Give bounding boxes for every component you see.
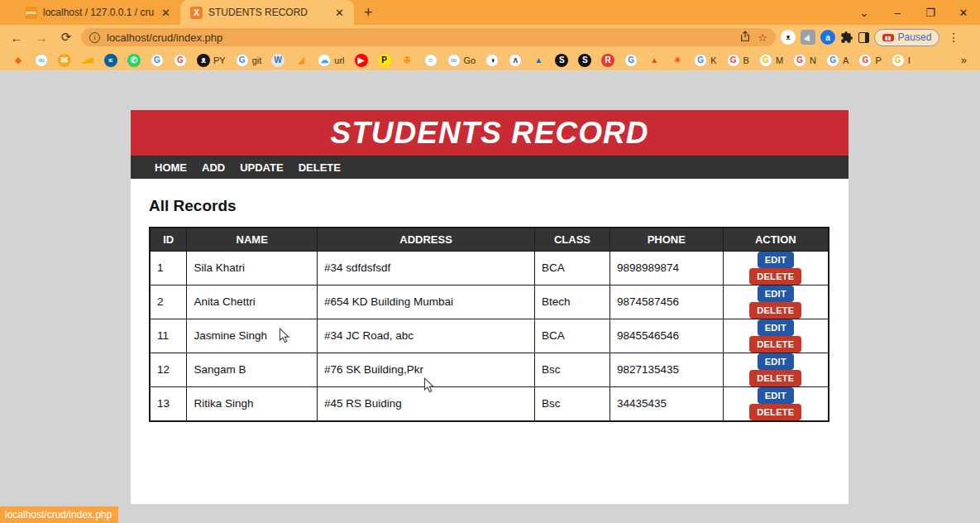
forward-button[interactable]: → — [31, 31, 51, 45]
nav-item-add[interactable]: ADD — [194, 161, 232, 174]
cell-id: 13 — [150, 386, 187, 421]
bookmark-item[interactable]: ◑ — [482, 54, 502, 67]
bookmark-favicon-icon: G — [236, 54, 249, 67]
tab-title: STUDENTS RECORD — [208, 7, 327, 18]
bookmark-item[interactable]: ʌ — [505, 54, 525, 67]
bookmark-item[interactable]: ▲ — [644, 54, 664, 67]
bookmark-item[interactable]: ✇ — [398, 54, 418, 67]
bookmark-item[interactable]: ∞ — [31, 54, 51, 67]
site-info-icon[interactable]: i — [89, 32, 100, 43]
bookmark-favicon-icon: G — [727, 54, 740, 67]
bookmark-label: PY — [213, 55, 226, 65]
phpmyadmin-favicon-icon: pma — [25, 7, 37, 19]
bookmark-label: N — [810, 55, 816, 65]
page-viewport: STUDENTS RECORD HOMEADDUPDATEDELETE All … — [0, 71, 980, 523]
bookmark-item[interactable]: ✳ — [667, 54, 687, 67]
bookmark-star-icon[interactable]: ☆ — [758, 31, 767, 44]
bookmark-favicon-icon: G — [694, 54, 707, 67]
bookmark-item[interactable]: G — [621, 54, 641, 67]
bookmark-item[interactable]: G — [170, 54, 190, 67]
url-text[interactable]: localhost/crud/index.php — [107, 31, 733, 44]
bookmark-favicon-icon: ∞ — [35, 54, 48, 67]
bookmark-item[interactable]: GK — [691, 54, 719, 67]
address-bar[interactable]: i localhost/crud/index.php ☆ — [81, 28, 776, 46]
bookmark-favicon-icon: ▂▅▇ — [81, 54, 94, 67]
bookmark-favicon-icon: ✇ — [401, 54, 414, 67]
edit-button[interactable]: EDIT — [758, 285, 794, 302]
records-section: All Records IDNAMEADDRESSCLASSPHONEACTIO… — [131, 179, 849, 422]
cell-actions: EDITDELETE — [723, 319, 829, 353]
reload-button[interactable]: ⟳ — [56, 30, 76, 45]
column-header-name: NAME — [187, 228, 318, 251]
paused-badge-icon: ▮▮ — [882, 34, 894, 41]
bookmark-favicon-icon: G — [624, 54, 638, 67]
extensions-puzzle-icon[interactable] — [840, 31, 853, 44]
bookmark-item[interactable]: ▲ — [528, 54, 548, 67]
edit-button[interactable]: EDIT — [758, 252, 794, 268]
nav-item-home[interactable]: HOME — [147, 161, 194, 174]
bookmark-item[interactable]: W — [268, 54, 288, 67]
cell-id: 2 — [150, 285, 187, 319]
bookmark-item[interactable]: GA — [823, 54, 852, 67]
bookmarks-overflow-icon[interactable]: » — [961, 54, 972, 66]
chrome-menu-icon[interactable]: ⋮ — [944, 31, 963, 44]
cell-actions: EDITDELETE — [723, 285, 829, 319]
edit-button[interactable]: EDIT — [758, 319, 794, 336]
bookmark-item[interactable]: S — [552, 54, 571, 67]
bookmark-item[interactable]: ○ — [421, 54, 441, 67]
tab-students-record[interactable]: X STUDENTS RECORD ✕ — [180, 0, 354, 25]
bookmark-item[interactable]: ✆ — [124, 54, 144, 67]
section-heading: All Records — [149, 197, 830, 215]
share-icon[interactable] — [739, 31, 751, 45]
edit-button[interactable]: EDIT — [758, 353, 794, 370]
cell-actions: EDITDELETE — [723, 386, 829, 421]
column-header-address: ADDRESS — [317, 228, 534, 251]
paused-extension-pill[interactable]: ▮▮ Paused — [874, 29, 939, 46]
new-tab-button[interactable]: + — [364, 4, 373, 22]
delete-button[interactable]: DELETE — [749, 302, 801, 319]
bookmark-item[interactable]: ▶ — [351, 54, 371, 67]
minimize-button[interactable]: – — [881, 7, 914, 19]
bookmark-item[interactable]: S — [575, 54, 595, 67]
a-extension-icon[interactable]: a — [820, 30, 835, 45]
bookmark-favicon-icon: ◑ — [485, 54, 499, 67]
bookmark-item[interactable]: G — [147, 54, 167, 67]
panda-extension-icon[interactable]: ᴥ — [781, 30, 796, 45]
bookmark-item[interactable]: Ggit — [232, 54, 265, 67]
bookmark-item[interactable]: ☁url — [314, 54, 347, 67]
table-row: 11Jasmine Singh#34 JC Road, abcBCA984554… — [150, 319, 829, 353]
tab-phpmyadmin[interactable]: pma localhost / 127.0.0.1 / crud | php ✕ — [15, 0, 180, 25]
edit-button[interactable]: EDIT — [758, 387, 794, 404]
bookmark-favicon-icon: G — [174, 54, 187, 67]
bookmark-item[interactable]: ∞Go — [444, 54, 480, 67]
delete-button[interactable]: DELETE — [749, 370, 801, 386]
restore-button[interactable]: ❐ — [914, 7, 947, 19]
bookmark-item[interactable]: GM — [756, 54, 786, 67]
back-button[interactable]: ← — [7, 31, 26, 45]
bookmark-item[interactable]: ◆ — [8, 54, 28, 67]
delete-button[interactable]: DELETE — [749, 404, 801, 420]
bookmark-item[interactable]: R — [598, 54, 618, 67]
bookmark-item[interactable]: ✉ — [55, 54, 74, 67]
bookmark-item[interactable]: GB — [724, 54, 753, 67]
table-header-row: IDNAMEADDRESSCLASSPHONEACTION — [150, 228, 829, 251]
delete-button[interactable]: DELETE — [749, 268, 801, 285]
bookmark-item[interactable]: ◢ — [291, 54, 311, 67]
bookmark-item[interactable]: GP — [855, 54, 884, 67]
bookmark-item[interactable]: ▂▅▇ — [78, 54, 98, 67]
tab-search-icon[interactable]: ⌄ — [848, 7, 881, 19]
close-button[interactable]: ✕ — [947, 7, 980, 19]
bookmark-label: P — [875, 55, 881, 65]
nav-item-delete[interactable]: DELETE — [291, 161, 348, 174]
bookmark-item[interactable]: IE — [101, 54, 121, 67]
bookmark-item[interactable]: P — [375, 54, 394, 67]
bookmark-item[interactable]: ᴥPY — [194, 54, 229, 67]
bookmark-item[interactable]: GI — [888, 54, 914, 67]
tab-close-icon[interactable]: ✕ — [333, 7, 346, 19]
delete-button[interactable]: DELETE — [749, 336, 801, 353]
side-panel-icon[interactable] — [858, 32, 869, 43]
bookmark-item[interactable]: GN — [790, 54, 820, 67]
pointer-extension-icon[interactable] — [801, 30, 815, 45]
nav-item-update[interactable]: UPDATE — [232, 161, 290, 174]
tab-close-icon[interactable]: ✕ — [160, 7, 172, 19]
